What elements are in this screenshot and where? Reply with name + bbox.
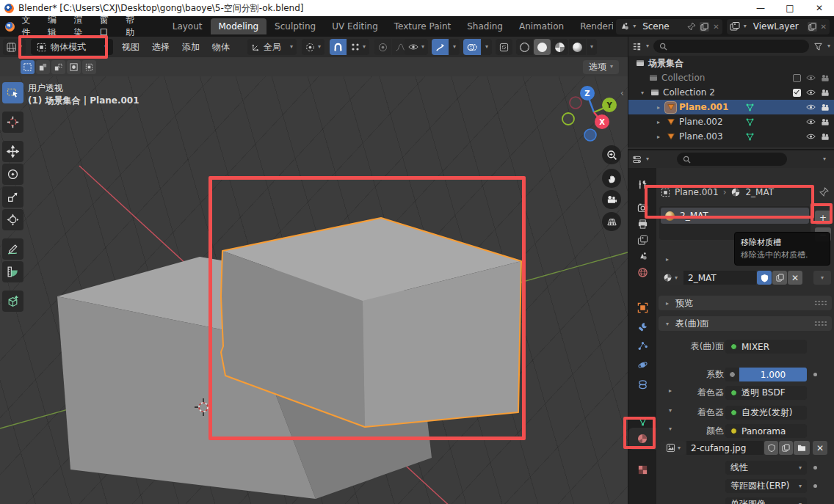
collection-label[interactable]: Collection xyxy=(661,73,705,83)
surface-node-field[interactable]: MIXER xyxy=(725,340,807,354)
interpolation-dropdown[interactable]: 线性 ▾ xyxy=(725,461,807,475)
outliner-row-collection-2[interactable]: ▾ Collection 2 xyxy=(628,85,834,100)
select-box-tool[interactable] xyxy=(2,82,23,103)
measure-tool[interactable] xyxy=(2,261,23,282)
breadcrumb-object[interactable]: Plane.001 xyxy=(675,187,719,197)
plane-002-label[interactable]: Plane.002 xyxy=(679,117,723,127)
gizmos-dropdown[interactable]: ▾ xyxy=(449,39,460,55)
properties-search[interactable] xyxy=(677,153,787,166)
preview-panel-header[interactable]: ▸ 预览 xyxy=(659,296,832,310)
rotate-tool[interactable] xyxy=(2,164,23,185)
animate-dot-icon[interactable] xyxy=(813,466,817,470)
maximize-button[interactable]: □ xyxy=(775,0,805,16)
tab-modeling[interactable]: Modeling xyxy=(211,18,267,34)
image-copy-button[interactable] xyxy=(779,441,793,455)
menu-view[interactable]: 视图 xyxy=(118,41,143,54)
factor-slider[interactable]: 1.000 xyxy=(739,368,807,381)
disclosure-closed-icon[interactable]: ▸ xyxy=(655,104,662,111)
menu-window[interactable]: 窗口 xyxy=(93,14,119,39)
shading-rendered-button[interactable] xyxy=(569,39,586,55)
menu-edit[interactable]: 编辑 xyxy=(41,14,67,39)
pin-icon[interactable] xyxy=(687,22,696,31)
eye-icon[interactable] xyxy=(806,74,816,81)
image-source-dropdown[interactable]: 单张图像 ▾ xyxy=(725,497,807,504)
select-mode-invert-button[interactable] xyxy=(67,60,81,74)
pin-icon[interactable] xyxy=(819,187,829,197)
select-mode-subtract-button[interactable] xyxy=(51,60,65,74)
plane-003-label[interactable]: Plane.003 xyxy=(679,131,723,142)
scene-name[interactable]: Scene xyxy=(639,21,672,32)
orthographic-grid-button[interactable] xyxy=(602,212,621,231)
material-name-field[interactable] xyxy=(683,271,756,285)
camera-icon[interactable] xyxy=(821,133,830,141)
shading-solid-button[interactable] xyxy=(534,39,551,55)
scale-tool[interactable] xyxy=(2,186,23,208)
overlays-dropdown[interactable]: ▾ xyxy=(482,39,492,55)
disclosure-closed-icon[interactable]: ▸ xyxy=(655,119,662,125)
tool-options-dropdown[interactable]: 选项 ▾ xyxy=(583,60,619,74)
disclosure-closed-icon[interactable]: ▸ xyxy=(655,134,662,140)
select-mode-set-button[interactable] xyxy=(21,60,35,74)
shading-material-button[interactable] xyxy=(551,39,568,55)
tab-rendering[interactable]: Renderi xyxy=(572,18,613,34)
collection-2-label[interactable]: Collection 2 xyxy=(663,87,715,98)
menu-render[interactable]: 渲染 xyxy=(67,14,93,39)
tab-animation[interactable]: Animation xyxy=(511,18,572,34)
tab-world-icon[interactable] xyxy=(628,263,656,282)
slot-options-disclosure-icon[interactable]: ▸ xyxy=(664,256,671,263)
outliner-search[interactable] xyxy=(653,40,809,53)
outliner-row-collection[interactable]: Collection xyxy=(628,70,834,85)
shader1-node-field[interactable]: 透明 BSDF xyxy=(725,386,807,400)
pan-view-button[interactable] xyxy=(602,169,621,188)
snap-toggle[interactable] xyxy=(330,39,347,55)
viewlayer-icon[interactable] xyxy=(730,21,740,32)
camera-view-button[interactable] xyxy=(602,190,621,209)
tab-shading[interactable]: Shading xyxy=(459,18,511,34)
scene-icon[interactable] xyxy=(619,21,629,32)
tab-sculpting[interactable]: Sculpting xyxy=(266,18,324,34)
shading-dropdown[interactable]: ▾ xyxy=(587,39,597,55)
properties-editor-icon[interactable] xyxy=(632,155,642,164)
remove-viewlayer-icon[interactable]: ✕ xyxy=(821,23,827,31)
new-scene-icon[interactable] xyxy=(700,22,709,32)
overlays-toggle[interactable] xyxy=(463,39,481,55)
minimize-button[interactable]: — xyxy=(746,0,775,16)
tab-constraints-icon[interactable] xyxy=(628,375,656,394)
menu-help[interactable]: 帮助 xyxy=(119,14,145,39)
camera-icon[interactable] xyxy=(821,103,830,112)
outliner-editor-icon[interactable] xyxy=(632,42,642,51)
tab-particles-icon[interactable] xyxy=(628,336,656,355)
surface-panel-header[interactable]: ▾ 表(曲)面 xyxy=(659,316,832,331)
zoom-view-button[interactable] xyxy=(602,145,621,164)
select-mode-intersect-button[interactable] xyxy=(82,60,96,74)
tab-texture-paint[interactable]: Texture Paint xyxy=(386,18,459,34)
eye-icon[interactable] xyxy=(806,89,816,96)
menu-add[interactable]: 添加 xyxy=(178,41,203,54)
pivot-point-dropdown[interactable]: ▾ xyxy=(302,39,324,55)
chevron-down-icon[interactable]: ▾ xyxy=(823,156,826,162)
outliner-row-plane-003[interactable]: ▸ Plane.003 xyxy=(628,129,834,144)
eye-icon[interactable] xyxy=(806,103,816,111)
xray-toggle[interactable] xyxy=(496,39,512,55)
viewlayer-name[interactable]: ViewLayer xyxy=(750,21,802,32)
unlink-material-button[interactable]: ✕ xyxy=(788,271,802,285)
annotate-tool[interactable] xyxy=(2,238,23,260)
transform-orientation-dropdown[interactable]: 全局 ▾ xyxy=(247,39,297,55)
disclosure-open-icon[interactable]: ▾ xyxy=(639,90,646,96)
gizmos-toggle[interactable] xyxy=(432,39,449,55)
mode-dropdown[interactable]: 物体模式 ▾ xyxy=(31,39,113,55)
new-material-copy-button[interactable] xyxy=(772,271,787,285)
editor-type-button[interactable]: ▾ xyxy=(3,39,26,55)
shading-wireframe-button[interactable] xyxy=(516,39,533,55)
unlink-image-button[interactable]: ✕ xyxy=(813,441,827,455)
visibility-dropdown[interactable]: ▾ xyxy=(405,39,428,55)
unlink-scene-icon[interactable]: ✕ xyxy=(713,23,719,31)
move-tool[interactable] xyxy=(2,141,23,162)
outliner-search-input[interactable] xyxy=(671,41,803,51)
tab-object-icon[interactable] xyxy=(628,298,656,317)
outliner-row-plane-001[interactable]: ▸ Plane.001 xyxy=(628,100,834,114)
exclude-checkbox[interactable] xyxy=(793,74,801,82)
tab-layout[interactable]: Layout xyxy=(164,18,211,34)
shader2-node-field[interactable]: 自发光(发射) xyxy=(725,406,807,420)
tab-modifiers-icon[interactable] xyxy=(628,317,656,336)
